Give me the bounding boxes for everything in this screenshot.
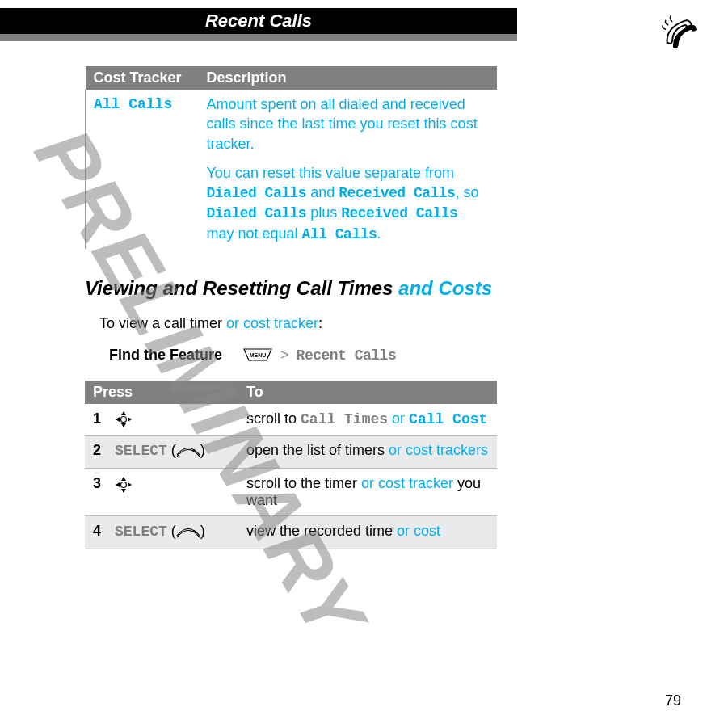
page-header: Recent Calls [0, 8, 517, 34]
press-cell: 4 SELECT ( ) [85, 516, 238, 549]
table-row: 2 SELECT ( ) open the list of timers or … [85, 436, 497, 469]
svg-point-6 [192, 449, 195, 452]
heading-text: Viewing and Resetting Call Times [85, 277, 398, 299]
text-span: scroll to [246, 410, 301, 427]
press-cell: 2 SELECT ( ) [85, 436, 238, 469]
table-header-row: Cost Tracker Description [86, 66, 497, 90]
text-span-cyan: or cost trackers [389, 442, 488, 458]
nav-scroll-icon [115, 475, 133, 491]
header-divider [0, 34, 517, 41]
phone-icon [657, 15, 697, 58]
page-number: 79 [665, 692, 681, 709]
right-soft-key-icon [176, 444, 200, 461]
step-number: 4 [93, 523, 111, 540]
text-span-cyan: or [388, 410, 409, 427]
to-cell: scroll to Call Times or Call Cost [238, 404, 497, 436]
svg-text:MENU: MENU [250, 352, 267, 358]
section-heading: Viewing and Resetting Call Times and Cos… [85, 276, 497, 301]
text-span-cyan: or cost [397, 523, 440, 539]
svg-marker-2 [121, 411, 126, 415]
page-content: Cost Tracker Description All Calls Amoun… [85, 66, 497, 549]
to-cell: scroll to the timer or cost tracker you … [238, 469, 497, 516]
text-span: may not equal [207, 225, 302, 242]
description-para: Amount spent on all dialed and received … [207, 95, 489, 154]
press-to-table: Press To 1 scroll to Call Times or C [85, 381, 497, 549]
table-row: 4 SELECT ( ) view the recorded time or c… [85, 516, 497, 549]
svg-marker-3 [121, 423, 126, 427]
text-span: You can reset this value separate from [207, 165, 455, 181]
svg-marker-11 [128, 482, 132, 487]
find-feature-line: Find the Feature MENU > Recent Calls [109, 347, 473, 366]
table-row: 1 scroll to Call Times or Call Cost [85, 404, 497, 436]
step-number: 1 [93, 410, 111, 427]
text-span: open the list of timers [246, 442, 389, 458]
to-cell: open the list of timers or cost trackers [238, 436, 497, 469]
text-span: scroll to the timer [246, 475, 361, 491]
col-header-to: To [238, 381, 497, 404]
breadcrumb-separator: > [280, 347, 289, 363]
to-cell: view the recorded time or cost [238, 516, 497, 549]
select-label: SELECT [115, 443, 167, 459]
svg-point-1 [121, 417, 127, 423]
text-span: plus [306, 204, 341, 221]
nav-scroll-icon [115, 410, 133, 427]
cost-tracker-description: Amount spent on all dialed and received … [199, 90, 497, 249]
text-span: view the recorded time [246, 523, 397, 539]
svg-point-12 [192, 530, 195, 532]
svg-point-7 [121, 482, 127, 487]
lcd-text: Received Calls [339, 185, 455, 201]
lcd-text-cyan: Call Cost [409, 411, 487, 427]
lcd-text: All Calls [302, 226, 377, 242]
find-feature-path: MENU > Recent Calls [242, 347, 396, 363]
text-span: and [306, 184, 339, 200]
menu-key-icon: MENU [242, 347, 273, 366]
svg-marker-9 [121, 489, 126, 493]
text-span-cyan: or cost tracker [361, 475, 453, 491]
table-row: 3 scroll to the timer or cost tracker yo… [85, 469, 497, 516]
lcd-text: Dialed Calls [207, 205, 307, 221]
svg-marker-10 [116, 482, 120, 487]
text-span-cyan: or cost tracker [226, 315, 318, 331]
table-row: All Calls Amount spent on all dialed and… [86, 90, 497, 249]
press-cell: 3 [85, 469, 238, 516]
lcd-text: Received Calls [341, 205, 457, 221]
col-header-description: Description [199, 66, 497, 90]
cost-tracker-name: All Calls [86, 90, 199, 249]
description-para: You can reset this value separate from D… [207, 163, 489, 244]
heading-text-cyan: and Costs [398, 277, 492, 299]
text-span: . [377, 225, 381, 242]
text-span: : [318, 315, 322, 331]
find-feature-label: Find the Feature [109, 347, 222, 363]
text-span: , so [455, 184, 478, 200]
table-header-row: Press To [85, 381, 497, 404]
body-paragraph: To view a call timer or cost tracker: [99, 315, 497, 332]
press-cell: 1 [85, 404, 238, 436]
col-header-cost-tracker: Cost Tracker [86, 66, 199, 90]
right-soft-key-icon [176, 525, 200, 542]
step-number: 3 [93, 475, 111, 492]
svg-marker-5 [128, 417, 132, 422]
text-span: To view a call timer [99, 315, 226, 331]
cost-tracker-table: Cost Tracker Description All Calls Amoun… [85, 66, 497, 249]
lcd-text: Dialed Calls [207, 185, 307, 201]
page-title: Recent Calls [205, 11, 312, 31]
lcd-text: Call Times [301, 411, 388, 427]
step-number: 2 [93, 442, 111, 459]
svg-marker-8 [121, 477, 126, 481]
svg-marker-4 [116, 417, 120, 422]
select-label: SELECT [115, 524, 167, 540]
col-header-press: Press [85, 381, 238, 404]
lcd-text: Recent Calls [297, 347, 397, 364]
